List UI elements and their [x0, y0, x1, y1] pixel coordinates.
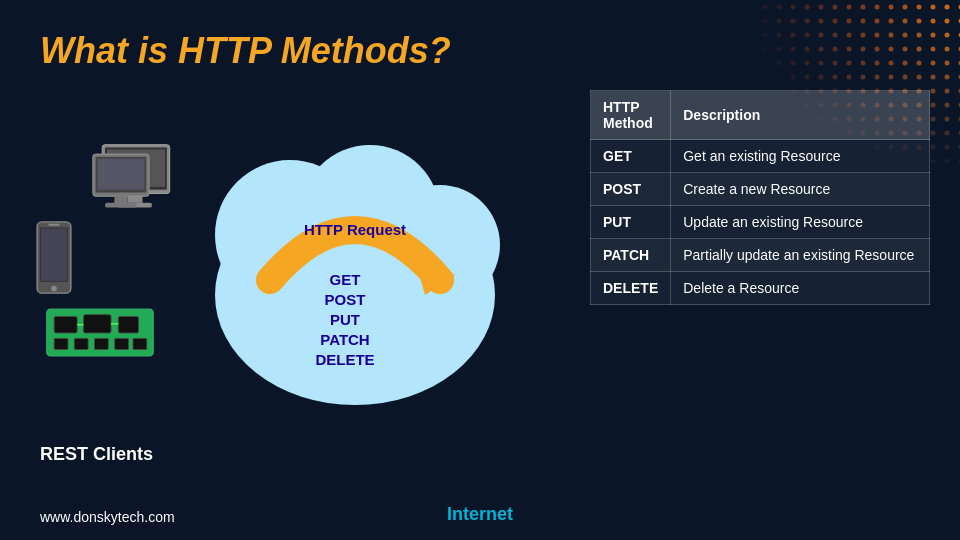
svg-text:GET: GET	[330, 271, 361, 288]
svg-text:PATCH: PATCH	[320, 331, 369, 348]
svg-rect-19	[54, 338, 68, 349]
description-cell: Update an existing Resource	[671, 206, 930, 239]
svg-text:POST: POST	[325, 291, 366, 308]
svg-text:PUT: PUT	[330, 311, 360, 328]
http-methods-table: HTTP Method Description GETGet an existi…	[590, 90, 930, 305]
svg-rect-22	[115, 338, 129, 349]
description-cell: Delete a Resource	[671, 272, 930, 305]
circuit-board-icon	[45, 305, 155, 360]
svg-rect-7	[98, 159, 145, 190]
table-row: GETGet an existing Resource	[591, 140, 930, 173]
svg-rect-23	[133, 338, 147, 349]
svg-rect-9	[105, 203, 137, 208]
svg-rect-8	[114, 196, 127, 204]
description-cell: Create a new Resource	[671, 173, 930, 206]
internet-label: Internet	[447, 504, 513, 525]
method-cell: GET	[591, 140, 671, 173]
cloud-container: HTTP Request GET POST PUT PATCH DELETE	[200, 120, 510, 420]
description-cell: Get an existing Resource	[671, 140, 930, 173]
phone-icon	[35, 220, 73, 295]
cloud-svg: HTTP Request GET POST PUT PATCH DELETE	[200, 120, 510, 420]
svg-text:HTTP Request: HTTP Request	[304, 221, 406, 238]
svg-rect-16	[54, 316, 77, 333]
page-title: What is HTTP Methods?	[40, 30, 451, 72]
computer-icon	[85, 140, 185, 215]
method-cell: DELETE	[591, 272, 671, 305]
svg-rect-18	[118, 316, 138, 333]
table-row: POSTCreate a new Resource	[591, 173, 930, 206]
rest-clients-label: REST Clients	[40, 444, 153, 465]
table-row: PUTUpdate an existing Resource	[591, 206, 930, 239]
table-header-description: Description	[671, 91, 930, 140]
svg-rect-20	[74, 338, 88, 349]
devices-area	[35, 140, 195, 420]
svg-rect-14	[48, 224, 59, 226]
svg-rect-12	[41, 228, 67, 281]
method-cell: PUT	[591, 206, 671, 239]
table-header-method: HTTP Method	[591, 91, 671, 140]
svg-rect-17	[84, 315, 112, 333]
description-cell: Partially update an existing Resource	[671, 239, 930, 272]
svg-point-13	[51, 286, 57, 292]
svg-text:DELETE: DELETE	[315, 351, 374, 368]
svg-rect-21	[95, 338, 109, 349]
page-content: What is HTTP Methods?	[0, 0, 960, 540]
method-cell: PATCH	[591, 239, 671, 272]
website-label: www.donskytech.com	[40, 509, 175, 525]
table-row: PATCHPartially update an existing Resour…	[591, 239, 930, 272]
method-cell: POST	[591, 173, 671, 206]
table-row: DELETEDelete a Resource	[591, 272, 930, 305]
